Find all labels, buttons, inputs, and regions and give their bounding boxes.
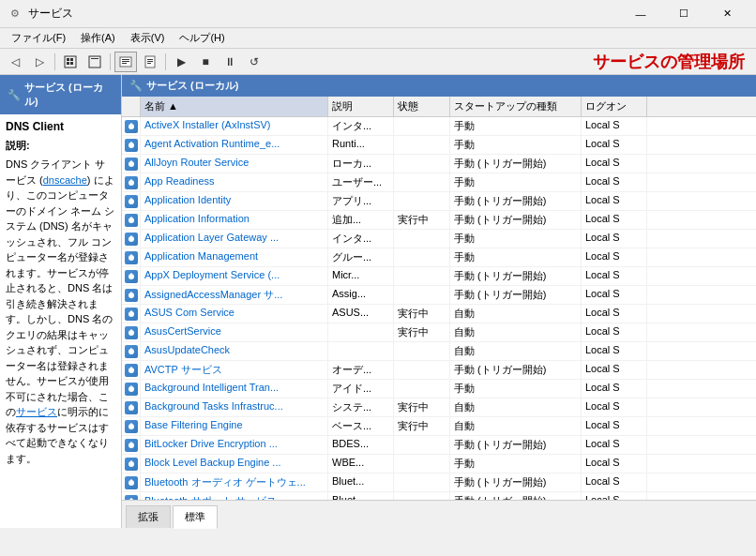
service-desc: オーデ...: [328, 361, 394, 379]
minimize-button[interactable]: —: [619, 0, 662, 28]
svg-rect-14: [147, 63, 151, 64]
table-row[interactable]: AVCTP サービスオーデ...手動 (トリガー開始)Local S: [122, 361, 756, 380]
table-row[interactable]: Bluetooth サポート サービスBluet...手動 (トリガー開始)Lo…: [122, 492, 756, 500]
table-row[interactable]: Base Filtering Engineベース...実行中自動Local S: [122, 417, 756, 436]
menu-file[interactable]: ファイル(F): [4, 29, 73, 47]
restart-button[interactable]: ↺: [243, 52, 265, 72]
table-row[interactable]: AssignedAccessManager サ...Assig...手動 (トリ…: [122, 286, 756, 305]
svg-rect-18: [130, 142, 132, 143]
svg-rect-46: [130, 404, 132, 406]
service-status: [394, 342, 450, 360]
table-row[interactable]: Bluetooth オーディオ ゲートウェ...Bluet...手動 (トリガー…: [122, 473, 756, 492]
close-button[interactable]: ✕: [705, 0, 748, 28]
table-row[interactable]: ASUS Com ServiceASUS...実行中自動Local S: [122, 305, 756, 323]
table-row[interactable]: AllJoyn Router Serviceローカ...手動 (トリガー開始)L…: [122, 155, 756, 173]
service-status: 実行中: [394, 417, 450, 435]
service-desc: アイド...: [328, 380, 394, 398]
service-desc: 追加...: [328, 211, 394, 229]
table-row[interactable]: AppX Deployment Service (...Micr...手動 (ト…: [122, 267, 756, 286]
table-row[interactable]: Application Identityアプリ...手動 (トリガー開始)Loc…: [122, 192, 756, 211]
service-icon-cell: [122, 417, 141, 435]
service-name: Background Tasks Infrastruc...: [141, 398, 328, 416]
left-panel-icon: 🔧: [8, 89, 21, 101]
col-logon[interactable]: ログオン: [582, 97, 647, 116]
service-desc: Runti...: [328, 136, 394, 154]
svg-rect-20: [130, 160, 132, 162]
up-button[interactable]: [59, 52, 82, 72]
svg-rect-10: [122, 63, 127, 64]
col-name[interactable]: 名前 ▲: [141, 97, 328, 116]
col-icon[interactable]: [122, 97, 141, 116]
menu-action[interactable]: 操作(A): [73, 29, 123, 47]
col-status[interactable]: 状態: [394, 97, 450, 116]
service-name: Background Intelligent Tran...: [141, 380, 328, 398]
stop-button[interactable]: ■: [194, 52, 217, 72]
svg-rect-52: [130, 460, 132, 462]
table-row[interactable]: App Readinessユーザー...手動Local S: [122, 173, 756, 192]
service-startup: 手動 (トリガー開始): [450, 211, 582, 229]
service-icon-cell: [122, 155, 141, 173]
service-status: [394, 492, 450, 500]
title-bar: ⚙ サービス — ☐ ✕: [0, 0, 756, 28]
table-row[interactable]: BitLocker Drive Encryption ...BDES...手動 …: [122, 436, 756, 455]
play-button[interactable]: ▶: [170, 52, 192, 72]
service-desc: ローカ...: [328, 155, 394, 173]
service-logon: Local S: [582, 192, 647, 210]
service-status: [394, 267, 450, 285]
pause-button[interactable]: ⏸: [219, 52, 241, 72]
service-startup: 手動 (トリガー開始): [450, 155, 582, 173]
col-desc[interactable]: 説明: [328, 97, 394, 116]
svg-rect-54: [130, 479, 132, 481]
service-desc: BDES...: [328, 436, 394, 454]
service-name: Application Identity: [141, 192, 328, 210]
table-row[interactable]: Agent Activation Runtime_e...Runti...手動L…: [122, 136, 756, 155]
main-layout: 🔧 サービス (ローカル) DNS Client 説明: DNS クライアント …: [0, 75, 756, 528]
table-row[interactable]: Background Intelligent Tran...アイド...手動Lo…: [122, 380, 756, 398]
svg-rect-30: [130, 254, 132, 256]
table-row[interactable]: Block Level Backup Engine ...WBE...手動Loc…: [122, 455, 756, 473]
table-row[interactable]: Background Tasks Infrastruc...システ...実行中自…: [122, 398, 756, 417]
desc-text-2: ) により、このコンピューターのドメイン ネーム システム (DNS) 名がキャ…: [6, 174, 114, 418]
service-desc: ベース...: [328, 417, 394, 435]
service-logon: Local S: [582, 436, 647, 454]
svg-rect-5: [89, 56, 100, 68]
maximize-button[interactable]: ☐: [662, 0, 705, 28]
svg-rect-1: [67, 58, 69, 61]
menu-view[interactable]: 表示(V): [123, 29, 173, 47]
service-status: [394, 173, 450, 191]
table-row[interactable]: AsusCertService実行中自動Local S: [122, 323, 756, 342]
service-logon: Local S: [582, 473, 647, 491]
table-row[interactable]: Application Layer Gateway ...インタ...手動Loc…: [122, 230, 756, 248]
tab-standard[interactable]: 標準: [173, 505, 218, 529]
table-row[interactable]: Application Information追加...実行中手動 (トリガー開…: [122, 211, 756, 230]
service-status: [394, 248, 450, 266]
services-table[interactable]: 名前 ▲ 説明 状態 スタートアップの種類 ログオン ActiveX Insta…: [122, 97, 756, 500]
menu-help[interactable]: ヘルプ(H): [172, 29, 232, 47]
col-startup[interactable]: スタートアップの種類: [450, 97, 582, 116]
service-status: 実行中: [394, 398, 450, 416]
separator-1: [54, 53, 55, 70]
dns-cache-link[interactable]: dnscache: [43, 174, 87, 186]
service-link[interactable]: サービス: [16, 406, 57, 417]
svg-rect-50: [130, 442, 132, 443]
table-row[interactable]: AsusUpdateCheck自動Local S: [122, 342, 756, 361]
svg-rect-22: [130, 179, 132, 181]
service-logon: Local S: [582, 286, 647, 304]
service-desc: [328, 342, 394, 360]
service-name: AssignedAccessManager サ...: [141, 286, 328, 304]
properties-button-2[interactable]: [139, 52, 161, 72]
svg-rect-32: [130, 273, 132, 275]
tab-extended[interactable]: 拡張: [126, 505, 171, 528]
back-button[interactable]: ◁: [4, 52, 26, 72]
service-status: [394, 155, 450, 173]
service-name: AppX Deployment Service (...: [141, 267, 328, 285]
properties-button-1[interactable]: [114, 52, 137, 72]
show-hide-button[interactable]: [83, 52, 106, 72]
table-row[interactable]: ActiveX Installer (AxInstSV)インタ...手動Loca…: [122, 117, 756, 136]
service-desc: ユーザー...: [328, 173, 394, 191]
svg-rect-2: [70, 58, 73, 61]
table-row[interactable]: Application Managementグルー...手動Local S: [122, 248, 756, 267]
service-name: Application Layer Gateway ...: [141, 230, 328, 248]
service-icon-cell: [122, 436, 141, 454]
forward-button[interactable]: ▷: [28, 52, 51, 72]
